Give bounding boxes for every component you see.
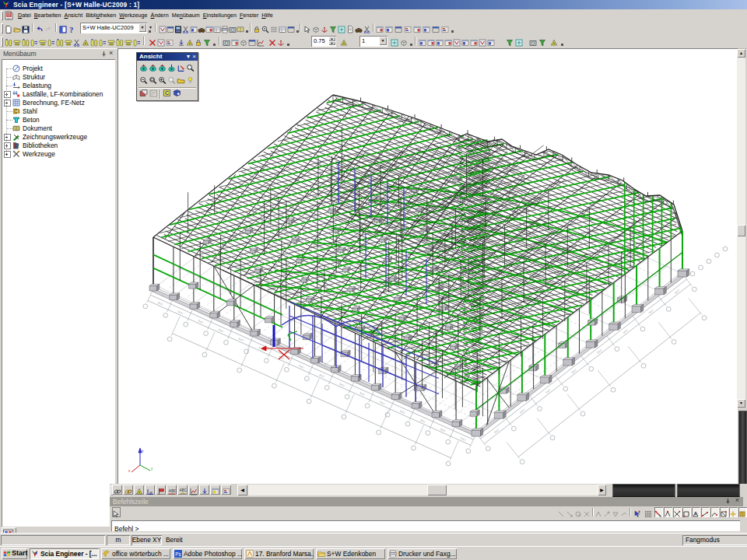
- svg-text:5417: 5417: [493, 428, 500, 434]
- svg-text:5417: 5417: [379, 401, 385, 406]
- svg-text:ABC: ABC: [179, 488, 187, 492]
- svg-text:5417: 5417: [198, 319, 204, 324]
- svg-text:5417: 5417: [460, 437, 466, 443]
- svg-text:5417: 5417: [648, 309, 654, 315]
- svg-text:ABC: ABC: [168, 488, 176, 493]
- svg-text:5417: 5417: [359, 391, 365, 397]
- svg-text:5417: 5417: [597, 348, 603, 355]
- svg-text:5417: 5417: [299, 365, 305, 370]
- svg-text:5417: 5417: [622, 328, 629, 334]
- svg-text:5417: 5417: [571, 369, 577, 375]
- svg-text:Ps: Ps: [175, 551, 181, 557]
- svg-text:5417: 5417: [440, 428, 446, 433]
- svg-text:C: C: [165, 90, 169, 96]
- svg-text:?: ?: [69, 26, 73, 33]
- svg-text:z: z: [142, 450, 144, 453]
- svg-text:5417: 5417: [674, 289, 680, 295]
- svg-text:5417: 5417: [519, 408, 525, 415]
- svg-text:y: y: [151, 467, 153, 471]
- svg-text:5417: 5417: [218, 328, 224, 334]
- svg-text:5417: 5417: [545, 388, 551, 394]
- svg-text:x: x: [128, 469, 131, 473]
